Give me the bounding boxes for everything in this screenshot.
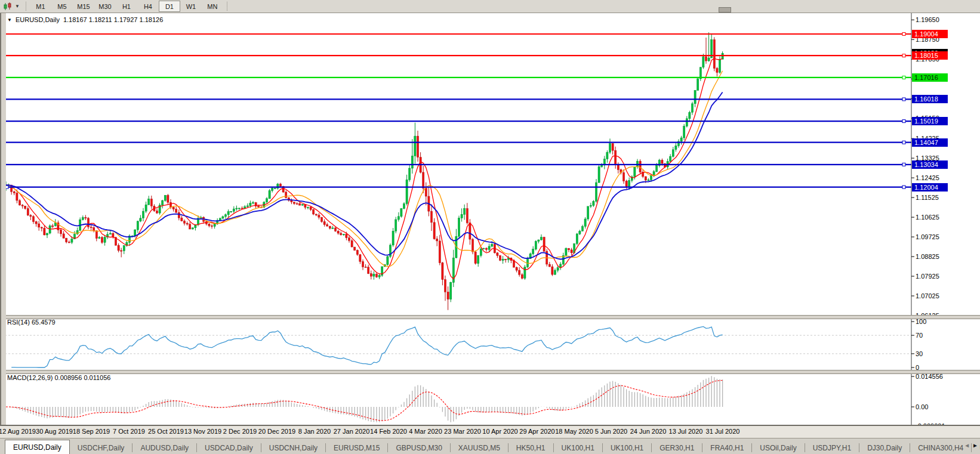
tab-CHINA300,H4[interactable]: CHINA300,H4	[910, 441, 971, 454]
tab-USDCAD,Daily[interactable]: USDCAD,Daily	[197, 441, 261, 454]
level-price-label: 1.15019	[912, 117, 948, 125]
level-price-label: 1.19004	[912, 30, 948, 38]
chart-collapse-icon[interactable]: ▼	[7, 17, 12, 23]
tab-USDCNH,Daily[interactable]: USDCNH,Daily	[261, 441, 325, 454]
macd-axis-label: 0.00	[916, 403, 928, 411]
tab-DJ30,Daily[interactable]: DJ30,Daily	[859, 441, 910, 454]
chart-canvas[interactable]	[0, 0, 980, 454]
tab-GER30,H1[interactable]: GER30,H1	[652, 441, 702, 454]
timeframe-button-M5[interactable]: M5	[51, 1, 73, 12]
price-tick-label: 1.10625	[916, 214, 939, 221]
timeframe-button-M15[interactable]: M15	[73, 1, 94, 12]
price-tick-label: 1.11525	[916, 194, 939, 202]
rsi-axis-label: 70	[916, 332, 923, 339]
timeframe-button-D1[interactable]: D1	[159, 1, 180, 12]
price-tick-label: 1.07925	[916, 273, 939, 280]
timeframe-button-W1[interactable]: W1	[180, 1, 202, 12]
level-price-label: 1.13034	[912, 160, 948, 169]
tab-scroll-right-icon[interactable]: ►	[972, 442, 978, 449]
date-label: 30 Aug 2019	[36, 428, 73, 435]
date-label: 10 Apr 2020	[482, 428, 517, 435]
candlestick-chart-icon[interactable]	[2, 2, 15, 11]
chart-hscroll-thumb[interactable]	[719, 7, 731, 13]
rsi-line	[11, 326, 722, 367]
date-label: 4 Mar 2020	[409, 428, 442, 435]
date-label: 27 Jan 2020	[334, 428, 370, 435]
date-label: 25 Oct 2019	[148, 428, 184, 435]
level-price-label: 1.16018	[912, 95, 948, 103]
tab-USOil,Daily[interactable]: USOil,Daily	[752, 441, 804, 454]
date-label: 18 Sep 2019	[73, 428, 110, 435]
trading-terminal: { "toolbar": { "chart_type_icon": "candl…	[0, 0, 980, 454]
pane-splitter-macd[interactable]	[0, 370, 980, 374]
timeframe-button-M30[interactable]: M30	[94, 1, 116, 12]
tab-EURUSD,Daily[interactable]: EURUSD,Daily	[5, 440, 70, 454]
tab-scroll-left-icon[interactable]: ◄	[964, 442, 970, 449]
timeframe-button-MN[interactable]: MN	[202, 1, 223, 12]
tab-USDJPY,H1[interactable]: USDJPY,H1	[805, 441, 859, 454]
rsi-indicator-label: RSI(14) 65.4579	[7, 319, 56, 326]
timeframe-button-H4[interactable]: H4	[137, 1, 159, 12]
tab-USDCHF,Daily[interactable]: USDCHF,Daily	[70, 441, 132, 454]
date-label: 23 Mar 2020	[444, 428, 481, 435]
date-label: 18 May 2020	[555, 428, 593, 435]
tab-XAUUSD,M5[interactable]: XAUUSD,M5	[451, 441, 508, 454]
level-handle[interactable]	[902, 98, 905, 101]
tab-UK100,H1[interactable]: UK100,H1	[603, 441, 651, 454]
level-handle[interactable]	[902, 76, 905, 79]
chart-tab-bar: EURUSD,DailyUSDCHF,DailyAUDUSD,DailyUSDC…	[0, 438, 980, 454]
rsi-level-lines	[5, 335, 911, 354]
pane-splitter-rsi[interactable]	[0, 315, 980, 319]
date-label: 24 Jun 2020	[630, 428, 667, 435]
tab-EURUSD,M15[interactable]: EURUSD,M15	[326, 441, 387, 454]
time-axis[interactable]: 12 Aug 201930 Aug 201918 Sep 20197 Oct 2…	[0, 426, 980, 438]
timeframe-button-H1[interactable]: H1	[116, 1, 137, 12]
candles-layer	[5, 32, 723, 310]
date-label: 20 Dec 2019	[258, 428, 295, 435]
level-handle[interactable]	[902, 186, 905, 189]
tab-AUDUSD,Daily[interactable]: AUDUSD,Daily	[132, 441, 196, 454]
date-label: 14 Feb 2020	[370, 428, 407, 435]
chart-bottom-border	[0, 425, 980, 426]
macd-signal-line	[6, 381, 723, 421]
price-tick-label: 1.12425	[916, 174, 939, 182]
toolbar-grip-end	[227, 2, 227, 11]
date-label: 29 Apr 2020	[519, 428, 554, 435]
date-label: 2 Dec 2019	[223, 428, 257, 435]
level-handle[interactable]	[902, 33, 905, 36]
toolbar: ▼ M1M5M15M30H1H4D1W1MN	[0, 0, 980, 13]
date-label: 13 Jul 2020	[669, 428, 703, 435]
date-label: 12 Aug 2019	[0, 428, 36, 435]
price-tick-label: 1.09725	[916, 233, 939, 241]
tab-HK50,H1[interactable]: HK50,H1	[509, 441, 553, 454]
date-label: 7 Oct 2019	[113, 428, 145, 435]
date-label: 31 Jul 2020	[706, 428, 740, 435]
chart-symbol-label: EURUSD,Daily	[16, 16, 60, 23]
date-label: 13 Nov 2019	[184, 428, 221, 435]
rsi-axis-label: 30	[916, 350, 923, 358]
date-label: 5 Jun 2020	[595, 428, 627, 435]
level-price-label: 1.12004	[912, 183, 948, 192]
date-label: 8 Jan 2020	[298, 428, 331, 435]
moving-average-line-fast	[6, 58, 723, 279]
level-price-label: 1.17016	[912, 73, 948, 82]
price-tick-label: 1.07025	[916, 292, 939, 300]
tab-UK100,H1[interactable]: UK100,H1	[554, 441, 602, 454]
timeframe-button-group: M1M5M15M30H1H4D1W1MN	[30, 1, 223, 12]
price-tick-label: 1.08825	[916, 253, 939, 261]
level-handle[interactable]	[902, 163, 905, 166]
chart-ohlc-values: 1.18167 1.18211 1.17927 1.18126	[63, 16, 163, 23]
toolbar-grip	[26, 2, 26, 11]
level-handle[interactable]	[902, 54, 905, 57]
level-handle[interactable]	[902, 141, 905, 144]
level-handle[interactable]	[902, 120, 905, 123]
chart-type-dropdown-caret-icon[interactable]: ▼	[15, 4, 20, 9]
price-tick-label: 1.19650	[916, 16, 939, 24]
level-price-label: 1.14047	[912, 138, 948, 147]
tab-scroll-controls: ◄ ►	[964, 442, 978, 449]
level-price-label: 1.18015	[912, 51, 948, 60]
tab-GBPUSD,M30[interactable]: GBPUSD,M30	[388, 441, 449, 454]
horizontal-level-lines[interactable]	[5, 33, 911, 189]
timeframe-button-M1[interactable]: M1	[30, 1, 51, 12]
tab-FRA40,H1[interactable]: FRA40,H1	[702, 441, 751, 454]
